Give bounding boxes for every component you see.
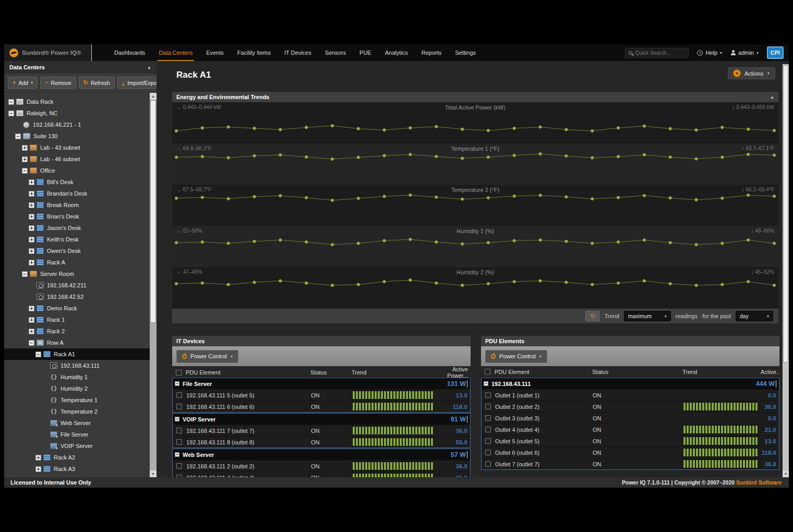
tree-item-rack-1[interactable]: +Rack 1	[4, 314, 150, 325]
table-row[interactable]: Outlet 7 (outlet 7)ON36.0	[482, 458, 779, 469]
time-range-select[interactable]: day ▾	[736, 311, 773, 321]
collapse-toggle-icon[interactable]: −	[484, 381, 488, 386]
row-checkbox[interactable]	[485, 461, 491, 467]
group-row[interactable]: −File Server131 W	[173, 378, 470, 389]
row-checkbox[interactable]	[485, 415, 491, 421]
tree-item-humidity-1[interactable]: {}Humidity 1	[4, 371, 150, 383]
row-checkbox[interactable]	[176, 404, 182, 409]
group-row[interactable]: −VOIP Server91 W	[173, 414, 470, 425]
expand-toggle-icon[interactable]: +	[29, 179, 34, 185]
help-menu[interactable]: ? Help ▾	[697, 50, 722, 56]
remove-button[interactable]: −Remove	[40, 77, 76, 89]
group-row[interactable]: −192.168.43.111444 W	[482, 378, 779, 389]
tree-item-192-168-42-52[interactable]: 192.168.42.52	[4, 291, 150, 303]
tree-scrollbar[interactable]: ▲ ▼	[150, 93, 157, 477]
nav-it-devices[interactable]: IT Devices	[278, 44, 318, 61]
tree-item-data-rack[interactable]: −Data Rack	[4, 96, 150, 107]
expand-toggle-icon[interactable]: +	[29, 202, 34, 208]
table-row[interactable]: Outlet 1 (outlet 1)ON0.0	[482, 389, 779, 401]
actions-button[interactable]: Actions ▾	[728, 67, 775, 79]
select-all-checkbox[interactable]	[485, 369, 490, 374]
tree-item-brian-s-desk[interactable]: +Brian's Desk	[4, 211, 150, 222]
table-row[interactable]: Outlet 4 (outlet 4)ON21.0	[482, 424, 779, 435]
collapse-toggle-icon[interactable]: −	[175, 452, 179, 457]
tree-item-rack-a2[interactable]: +Rack A2	[4, 452, 150, 463]
tree-item-bill-s-desk[interactable]: +Bill's Desk	[4, 176, 150, 188]
group-row[interactable]: −Web Server57 W	[173, 449, 470, 460]
import-export-button[interactable]: ↓Import/Export	[117, 77, 157, 89]
scrollbar-thumb[interactable]	[150, 100, 156, 323]
collapse-toggle-icon[interactable]: −	[29, 340, 34, 346]
tree-item-lab-46-subnet[interactable]: +Lab - 46 subnet	[4, 153, 150, 165]
table-row[interactable]: Outlet 2 (outlet 2)ON36.0	[482, 401, 779, 412]
add-button[interactable]: +Add▾	[8, 77, 38, 89]
collapse-toggle-icon[interactable]: −	[35, 352, 41, 357]
scroll-up-icon[interactable]: ▲	[150, 93, 157, 100]
tree-item-rack-a3[interactable]: +Rack A3	[4, 463, 150, 475]
nav-events[interactable]: Events	[199, 44, 231, 61]
expand-toggle-icon[interactable]: +	[29, 225, 34, 231]
power-control-button[interactable]: Power Control▾	[176, 350, 238, 363]
table-row[interactable]: Outlet 3 (outlet 3)ON0.0	[482, 412, 779, 424]
search-input[interactable]	[635, 50, 685, 56]
tree-item-rack-a1[interactable]: −Rack A1	[4, 348, 150, 360]
table-row[interactable]: 192.168.43.111 2 (outlet 2)ON36.0	[173, 460, 470, 471]
expand-toggle-icon[interactable]: +	[29, 260, 34, 265]
row-checkbox[interactable]	[485, 450, 491, 455]
collapse-toggle-icon[interactable]: −	[175, 381, 179, 386]
tree-item-row-a[interactable]: −Row A	[4, 337, 150, 348]
power-control-button[interactable]: Power Control▾	[485, 350, 547, 363]
expand-toggle-icon[interactable]: +	[29, 214, 34, 220]
main-scrollbar[interactable]: ▼	[783, 64, 789, 477]
tree-item-192-168-42-211[interactable]: 192.168.42.211	[4, 280, 150, 291]
tree-item-192-168-46-221-1[interactable]: 192.168.46.221 - 1	[4, 119, 150, 130]
tree-item-owen-s-desk[interactable]: +Owen's Desk	[4, 245, 150, 257]
collapse-up-icon[interactable]: ▲	[770, 95, 774, 100]
collapse-up-icon[interactable]: ▲	[147, 65, 151, 70]
nav-facility-items[interactable]: Facility Items	[231, 44, 278, 61]
row-checkbox[interactable]	[485, 438, 491, 444]
tree-item-file-server[interactable]: File Server	[4, 429, 150, 440]
select-all-checkbox[interactable]	[176, 370, 182, 376]
tree-item-demo-rack[interactable]: +Demo Rack	[4, 303, 150, 314]
tree-item-office[interactable]: −Office	[4, 165, 150, 176]
row-checkbox[interactable]	[485, 427, 491, 432]
nav-pue[interactable]: PUE	[353, 44, 378, 61]
nav-settings[interactable]: Settings	[448, 44, 483, 61]
expand-toggle-icon[interactable]: +	[29, 317, 34, 323]
expand-toggle-icon[interactable]: +	[29, 306, 34, 311]
tree-item-jason-s-desk[interactable]: +Jason's Desk	[4, 222, 150, 234]
tree-item-temperature-2[interactable]: {}Temperature 2	[4, 406, 150, 417]
tree-item-rack-2[interactable]: +Rack 2	[4, 325, 150, 337]
trend-type-select[interactable]: maximum ▾	[624, 311, 671, 321]
table-row[interactable]: 192.168.43.111 6 (outlet 6)ON118.0	[173, 401, 470, 412]
row-checkbox[interactable]	[176, 463, 182, 469]
nav-analytics[interactable]: Analytics	[378, 44, 415, 61]
expand-toggle-icon[interactable]: +	[29, 329, 34, 334]
table-row[interactable]: 192.168.43.111 5 (outlet 5)ON13.0	[173, 389, 470, 401]
collapse-toggle-icon[interactable]: −	[22, 271, 28, 277]
tree-item-192-168-43-111[interactable]: 192.168.43.111	[4, 360, 150, 371]
nav-dashboards[interactable]: Dashboards	[107, 44, 152, 61]
row-checkbox[interactable]	[176, 392, 182, 398]
table-row[interactable]: 192.168.43.111 7 (outlet 7)ON36.0	[173, 425, 470, 436]
expand-toggle-icon[interactable]: +	[29, 191, 34, 197]
tree-item-break-room[interactable]: +Break Room	[4, 199, 150, 211]
sunbird-software-link[interactable]: Sunbird Software	[736, 479, 782, 486]
row-checkbox[interactable]	[176, 428, 182, 433]
nav-reports[interactable]: Reports	[415, 44, 449, 61]
expand-toggle-icon[interactable]: +	[35, 455, 41, 461]
expand-toggle-icon[interactable]: +	[35, 466, 41, 472]
tree-item-web-server[interactable]: Web Server	[4, 417, 150, 429]
nav-data-centers[interactable]: Data Centers	[152, 44, 199, 61]
collapse-toggle-icon[interactable]: −	[8, 111, 14, 116]
table-row[interactable]: Outlet 6 (outlet 6)ON118.0	[482, 446, 779, 458]
expand-toggle-icon[interactable]: +	[29, 237, 34, 243]
collapse-toggle-icon[interactable]: −	[22, 168, 28, 174]
scrollbar-thumb[interactable]	[783, 65, 788, 362]
user-menu[interactable]: admin ▾	[730, 50, 759, 56]
collapse-toggle-icon[interactable]: −	[175, 417, 179, 421]
row-checkbox[interactable]	[485, 404, 491, 409]
refresh-trend-button[interactable]: ↻	[585, 311, 599, 321]
table-row[interactable]: 192.168.43.111 4 (outlet 4)ON21.0	[173, 471, 470, 477]
